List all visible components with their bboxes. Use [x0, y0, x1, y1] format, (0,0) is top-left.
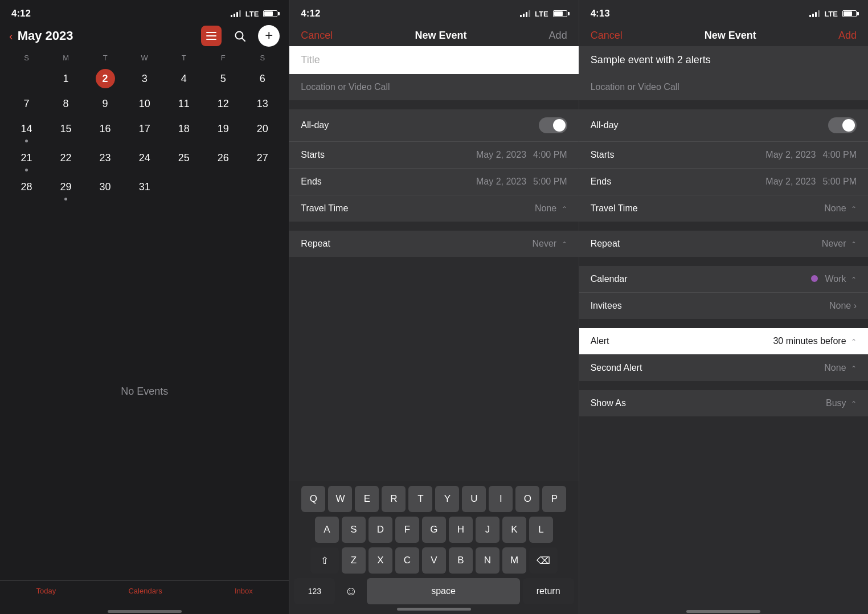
travel-row-3[interactable]: Travel Time None ⌃ [579, 195, 868, 222]
cal-day-30[interactable]: 30 [85, 175, 125, 203]
search-button[interactable] [230, 26, 250, 46]
cal-day-11[interactable]: 11 [164, 92, 203, 116]
key-o[interactable]: O [515, 486, 539, 512]
title-input[interactable] [301, 54, 567, 66]
cal-day-28[interactable]: 28 [7, 175, 46, 203]
key-s[interactable]: S [342, 517, 366, 543]
calendar-row[interactable]: Calendar Work ⌃ [579, 266, 868, 293]
ends-row[interactable]: Ends May 2, 2023 5:00 PM [289, 169, 578, 195]
allday-toggle[interactable] [539, 117, 567, 133]
event-title-field[interactable]: Sample event with 2 alerts [579, 46, 868, 74]
space-key[interactable]: space [367, 578, 519, 604]
starts-row[interactable]: Starts May 2, 2023 4:00 PM [289, 142, 578, 169]
cal-day-5[interactable]: 5 [203, 67, 243, 91]
list-view-button[interactable] [201, 26, 222, 46]
key-z[interactable]: Z [342, 547, 366, 574]
key-b[interactable]: B [449, 547, 473, 574]
travel-value: None ⌃ [535, 203, 567, 214]
return-key[interactable]: return [523, 578, 574, 604]
allday-toggle-3[interactable] [828, 117, 857, 133]
second-alert-value: None ⌃ [824, 363, 857, 373]
cal-day-12[interactable]: 12 [203, 92, 243, 116]
key-a[interactable]: A [315, 517, 339, 543]
key-y[interactable]: Y [435, 486, 459, 512]
key-x[interactable]: X [369, 547, 392, 574]
travel-row[interactable]: Travel Time None ⌃ [289, 195, 578, 222]
emoji-button[interactable]: ☺ [338, 578, 364, 604]
show-as-row[interactable]: Show As Busy ⌃ [579, 390, 868, 416]
cal-day-23[interactable]: 23 [85, 146, 125, 174]
cal-day-9[interactable]: 9 [85, 92, 125, 116]
alert-row[interactable]: Alert 30 minutes before ⌃ [579, 328, 868, 355]
cal-day-24[interactable]: 24 [125, 146, 164, 174]
cal-day-1[interactable]: 1 [46, 67, 85, 91]
cal-day-2-today[interactable]: 2 [85, 67, 125, 91]
cal-day-29[interactable]: 29 [46, 175, 85, 203]
tab-today[interactable]: Today [36, 587, 56, 595]
key-e[interactable]: E [355, 486, 379, 512]
starts-row-3[interactable]: Starts May 2, 2023 4:00 PM [579, 142, 868, 169]
key-m[interactable]: M [502, 547, 526, 574]
title-input-container[interactable] [289, 46, 578, 74]
cal-day-16[interactable]: 16 [85, 117, 125, 145]
key-backspace[interactable]: ⌫ [529, 547, 558, 574]
key-l[interactable]: L [529, 517, 553, 543]
key-numbers[interactable]: 123 [294, 578, 335, 604]
key-w[interactable]: W [328, 486, 352, 512]
cal-day-25[interactable]: 25 [164, 146, 203, 174]
cal-day-8[interactable]: 8 [46, 92, 85, 116]
cal-day-26[interactable]: 26 [203, 146, 243, 174]
repeat-row-3[interactable]: Repeat Never ⌃ [579, 231, 868, 257]
cal-day-13[interactable]: 13 [243, 92, 282, 116]
second-alert-row[interactable]: Second Alert None ⌃ [579, 355, 868, 381]
key-h[interactable]: H [449, 517, 473, 543]
key-c[interactable]: C [395, 547, 419, 574]
cancel-button-3[interactable]: Cancel [591, 30, 623, 42]
add-button[interactable]: Add [549, 30, 567, 42]
key-shift[interactable]: ⇧ [310, 547, 339, 574]
key-n[interactable]: N [476, 547, 499, 574]
key-r[interactable]: R [382, 486, 406, 512]
location-field[interactable]: Location or Video Call [289, 74, 578, 100]
add-event-button[interactable]: + [258, 25, 280, 47]
key-q[interactable]: Q [301, 486, 325, 512]
key-t[interactable]: T [408, 486, 432, 512]
cancel-button[interactable]: Cancel [301, 30, 333, 42]
cal-day-10[interactable]: 10 [125, 92, 164, 116]
add-button-3[interactable]: Add [838, 30, 857, 42]
cal-day-15[interactable]: 15 [46, 117, 85, 145]
cal-day-27[interactable]: 27 [243, 146, 282, 174]
cal-day-18[interactable]: 18 [164, 117, 203, 145]
cal-day-31[interactable]: 31 [125, 175, 164, 203]
ends-row-3[interactable]: Ends May 2, 2023 5:00 PM [579, 169, 868, 195]
tab-calendars[interactable]: Calendars [128, 587, 162, 595]
cal-day-4[interactable]: 4 [164, 67, 203, 91]
invitees-row[interactable]: Invitees None › [579, 293, 868, 319]
key-j[interactable]: J [476, 517, 499, 543]
cal-day-6[interactable]: 6 [243, 67, 282, 91]
cal-day-17[interactable]: 17 [125, 117, 164, 145]
cal-day-22[interactable]: 22 [46, 146, 85, 174]
key-v[interactable]: V [422, 547, 446, 574]
repeat-row[interactable]: Repeat Never ⌃ [289, 231, 578, 257]
cal-day-14[interactable]: 14 [7, 117, 46, 145]
allday-row[interactable]: All-day [289, 109, 578, 142]
cal-day-3[interactable]: 3 [125, 67, 164, 91]
location-field-3[interactable]: Location or Video Call [579, 74, 868, 100]
cal-day-7[interactable]: 7 [7, 92, 46, 116]
key-k[interactable]: K [502, 517, 526, 543]
key-f[interactable]: F [395, 517, 419, 543]
status-time-2: 4:12 [301, 8, 320, 19]
back-arrow-icon[interactable]: ‹ [9, 30, 13, 43]
cal-day-21[interactable]: 21 [7, 146, 46, 174]
cal-day-20[interactable]: 20 [243, 117, 282, 145]
key-d[interactable]: D [369, 517, 392, 543]
key-u[interactable]: U [462, 486, 486, 512]
allday-row-3[interactable]: All-day [579, 109, 868, 142]
tab-inbox[interactable]: Inbox [235, 587, 253, 595]
month-nav[interactable]: ‹ May 2023 [9, 28, 73, 43]
cal-day-19[interactable]: 19 [203, 117, 243, 145]
key-p[interactable]: P [542, 486, 566, 512]
key-g[interactable]: G [422, 517, 446, 543]
key-i[interactable]: I [489, 486, 513, 512]
